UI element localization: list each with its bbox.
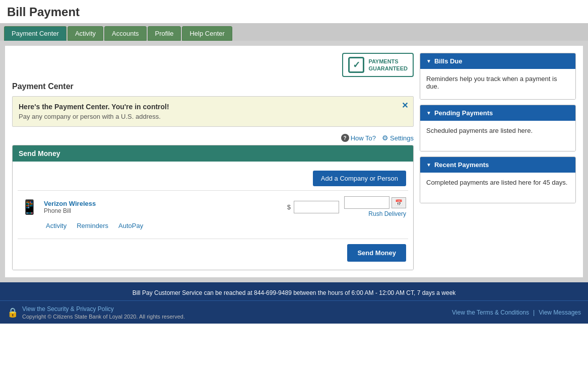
- reminders-link[interactable]: Reminders: [77, 222, 108, 229]
- pending-payments-body: Scheduled payments are listed here.: [420, 121, 575, 151]
- payee-info: Verizon Wireless Phone Bill: [44, 200, 282, 214]
- left-panel: ✓ PAYMENTS GUARANTEED Payment Center ✕ H…: [12, 53, 414, 270]
- tab-profile[interactable]: Profile: [148, 26, 181, 41]
- send-money-body: Add a Company or Person 📱 Verizon Wirele…: [13, 162, 413, 270]
- tab-payment-center[interactable]: Payment Center: [4, 26, 67, 41]
- date-input-group: 📅: [344, 196, 406, 209]
- payments-guaranteed-area: ✓ PAYMENTS GUARANTEED: [12, 53, 414, 77]
- banner-subtitle: Pay any company or person with a U.S. ad…: [19, 113, 398, 120]
- footer-left: 🔒 View the Security & Privacy Policy Cop…: [7, 305, 185, 320]
- banner-title: Here's the Payment Center. You're in con…: [19, 103, 398, 111]
- calendar-button[interactable]: 📅: [391, 197, 406, 208]
- recent-payments-header: ▼ Recent Payments: [420, 157, 575, 173]
- send-money-button[interactable]: Send Money: [347, 244, 406, 262]
- send-money-panel: Send Money Add a Company or Person 📱: [12, 145, 414, 270]
- footer-separator: |: [533, 309, 535, 316]
- settings-icon: ⚙: [382, 134, 388, 142]
- dollar-sign: $: [287, 203, 291, 211]
- tab-help-center[interactable]: Help Center: [182, 26, 232, 41]
- phone-icon: 📱: [21, 199, 38, 215]
- payee-wrapper: 📱 Verizon Wireless Phone Bill $: [18, 190, 408, 236]
- page-title: Bill Payment: [0, 0, 588, 23]
- help-icon: ?: [341, 134, 349, 142]
- how-to-link[interactable]: ? How To?: [341, 134, 376, 142]
- add-company-row: Add a Company or Person: [18, 167, 408, 190]
- recent-payments-body: Completed payments are listed here for 4…: [420, 173, 575, 203]
- rush-delivery-row: Rush Delivery: [344, 210, 406, 217]
- amount-group: $: [287, 201, 339, 213]
- main-wrapper: ✓ PAYMENTS GUARANTEED Payment Center ✕ H…: [0, 41, 588, 282]
- date-input[interactable]: [344, 196, 389, 209]
- autopay-link[interactable]: AutoPay: [118, 222, 143, 229]
- activity-link[interactable]: Activity: [46, 222, 67, 229]
- add-company-button[interactable]: Add a Company or Person: [313, 171, 406, 186]
- pg-checkmark-icon: ✓: [348, 57, 364, 73]
- view-messages-link[interactable]: View Messages: [539, 309, 581, 316]
- footer-links-row: 🔒 View the Security & Privacy Policy Cop…: [0, 300, 588, 324]
- payment-center-heading: Payment Center: [12, 82, 414, 91]
- footer-right: View the Terms & Conditions | View Messa…: [452, 309, 581, 316]
- right-sidebar: ▼ Bills Due Reminders help you track whe…: [420, 53, 576, 270]
- payee-actions: Activity Reminders AutoPay: [20, 219, 406, 231]
- content-area: ✓ PAYMENTS GUARANTEED Payment Center ✕ H…: [5, 46, 583, 277]
- date-area: 📅 Rush Delivery: [344, 196, 406, 217]
- payee-type: Phone Bill: [44, 207, 282, 214]
- pending-payments-section: ▼ Pending Payments Scheduled payments ar…: [420, 105, 576, 151]
- payee-name-link[interactable]: Verizon Wireless: [44, 200, 96, 207]
- close-banner-button[interactable]: ✕: [402, 101, 408, 110]
- tab-accounts[interactable]: Accounts: [104, 26, 146, 41]
- payments-guaranteed-badge: ✓ PAYMENTS GUARANTEED: [342, 53, 414, 77]
- recent-payments-arrow: ▼: [426, 162, 431, 168]
- pending-payments-header: ▼ Pending Payments: [420, 105, 575, 121]
- info-banner: ✕ Here's the Payment Center. You're in c…: [12, 96, 414, 127]
- footer-service-text: Bill Pay Customer Service can be reached…: [10, 289, 578, 296]
- footer: Bill Pay Customer Service can be reached…: [0, 282, 588, 300]
- tab-activity[interactable]: Activity: [68, 26, 103, 41]
- settings-link[interactable]: ⚙ Settings: [382, 134, 414, 142]
- payee-icon-area: 📱: [20, 195, 39, 219]
- pg-text: PAYMENTS GUARANTEED: [368, 58, 408, 72]
- recent-payments-section: ▼ Recent Payments Completed payments are…: [420, 157, 576, 203]
- bills-due-arrow: ▼: [426, 58, 431, 64]
- send-money-header: Send Money: [13, 145, 413, 162]
- bills-due-header: ▼ Bills Due: [420, 53, 575, 69]
- amount-input[interactable]: [294, 201, 339, 213]
- toolbar-row: ? How To? ⚙ Settings: [12, 131, 414, 145]
- bills-due-body: Reminders help you track when a payment …: [420, 69, 575, 99]
- send-money-btn-row: Send Money: [18, 239, 408, 265]
- rush-delivery-link[interactable]: Rush Delivery: [368, 210, 406, 217]
- security-privacy-link[interactable]: View the Security & Privacy Policy: [22, 305, 114, 313]
- bills-due-section: ▼ Bills Due Reminders help you track whe…: [420, 53, 576, 100]
- terms-conditions-link[interactable]: View the Terms & Conditions: [452, 309, 529, 316]
- lock-icon: 🔒: [7, 307, 18, 318]
- payee-row: 📱 Verizon Wireless Phone Bill $: [20, 195, 406, 219]
- footer-copyright: Copyright © Citizens State Bank of Loyal…: [22, 314, 185, 320]
- nav-bar: Payment Center Activity Accounts Profile…: [0, 23, 588, 41]
- pending-payments-arrow: ▼: [426, 110, 431, 116]
